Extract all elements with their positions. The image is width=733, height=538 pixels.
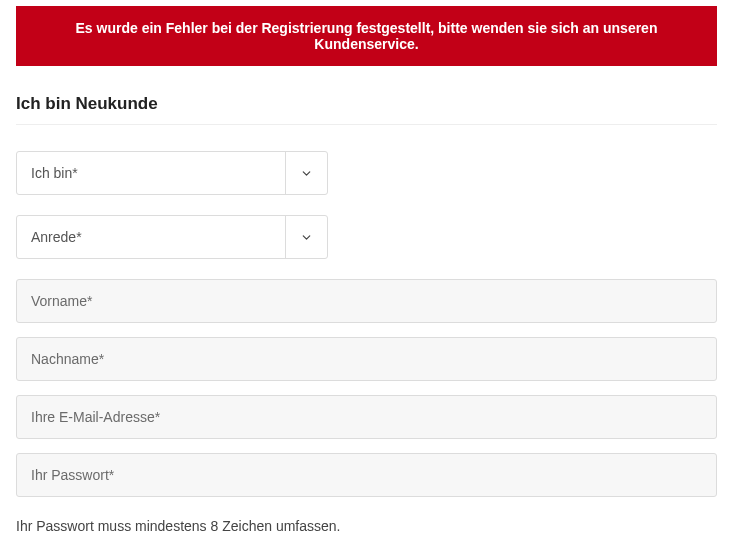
chevron-down-icon [285,216,327,258]
lastname-field[interactable] [16,337,717,381]
firstname-field[interactable] [16,279,717,323]
error-message: Es wurde ein Fehler bei der Registrierun… [76,20,658,52]
salutation-value: Anrede* [17,216,285,258]
salutation-select[interactable]: Anrede* [16,215,328,259]
page-title: Ich bin Neukunde [16,94,717,125]
chevron-down-icon [285,152,327,194]
email-field[interactable] [16,395,717,439]
customer-type-select[interactable]: Ich bin* [16,151,328,195]
password-hint-line: Ihr Passwort muss mindestens 8 Zeichen u… [16,515,717,537]
customer-type-value: Ich bin* [17,152,285,194]
password-field[interactable] [16,453,717,497]
password-hint: Ihr Passwort muss mindestens 8 Zeichen u… [16,515,717,538]
registration-form: Ich bin Neukunde Ich bin* Anrede* Ihr Pa… [0,66,733,538]
error-banner: Es wurde ein Fehler bei der Registrierun… [16,6,717,66]
